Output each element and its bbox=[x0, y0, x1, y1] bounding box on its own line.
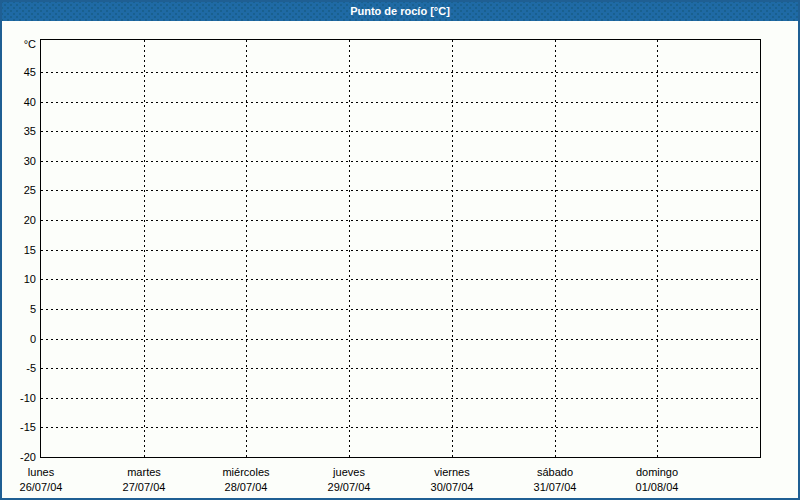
y-gridline bbox=[41, 398, 760, 399]
chart-title: Punto de rocío [°C] bbox=[350, 2, 450, 21]
y-tick-label: -20 bbox=[2, 451, 36, 464]
x-tick-day-date: 27/07/04 bbox=[92, 480, 196, 495]
y-tick-label: -5 bbox=[2, 362, 36, 375]
y-gridline bbox=[41, 427, 760, 428]
x-tick-day-date: 01/08/04 bbox=[605, 480, 709, 495]
x-tick-day-name: jueves bbox=[297, 465, 401, 480]
y-tick-label: 45 bbox=[2, 66, 36, 79]
x-gridline bbox=[349, 40, 350, 457]
y-gridline bbox=[41, 339, 760, 340]
x-gridline bbox=[144, 40, 145, 457]
y-gridline bbox=[41, 161, 760, 162]
y-tick-label: 15 bbox=[2, 244, 36, 257]
x-tick-label: jueves29/07/04 bbox=[297, 465, 401, 495]
chart-window: Punto de rocío [°C] °C 45403530252015105… bbox=[0, 0, 800, 500]
x-tick-day-date: 26/07/04 bbox=[0, 480, 93, 495]
x-tick-day-date: 28/07/04 bbox=[194, 480, 298, 495]
y-gridline bbox=[41, 368, 760, 369]
y-gridline bbox=[41, 250, 760, 251]
x-tick-day-name: sábado bbox=[503, 465, 607, 480]
y-tick-label: 20 bbox=[2, 214, 36, 227]
y-gridline bbox=[41, 131, 760, 132]
y-gridline bbox=[41, 190, 760, 191]
x-tick-label: viernes30/07/04 bbox=[400, 465, 504, 495]
titlebar: Punto de rocío [°C] bbox=[2, 2, 798, 21]
y-axis-unit-label: °C bbox=[2, 38, 36, 51]
y-tick-label: -15 bbox=[2, 421, 36, 434]
y-tick-label: 30 bbox=[2, 155, 36, 168]
x-tick-label: miércoles28/07/04 bbox=[194, 465, 298, 495]
y-gridline bbox=[41, 279, 760, 280]
y-tick-label: -10 bbox=[2, 392, 36, 405]
chart-region: °C 454035302520151050-5-10-15-20lunes26/… bbox=[2, 21, 798, 498]
y-tick-label: 5 bbox=[2, 303, 36, 316]
x-tick-day-name: lunes bbox=[0, 465, 93, 480]
x-tick-day-date: 31/07/04 bbox=[503, 480, 607, 495]
x-tick-day-date: 30/07/04 bbox=[400, 480, 504, 495]
y-gridline bbox=[41, 102, 760, 103]
x-gridline bbox=[657, 40, 658, 457]
y-tick-label: 25 bbox=[2, 184, 36, 197]
x-tick-day-name: martes bbox=[92, 465, 196, 480]
y-tick-label: 40 bbox=[2, 96, 36, 109]
x-gridline bbox=[555, 40, 556, 457]
x-gridline bbox=[246, 40, 247, 457]
y-tick-label: 0 bbox=[2, 333, 36, 346]
x-tick-day-name: domingo bbox=[605, 465, 709, 480]
x-tick-label: domingo01/08/04 bbox=[605, 465, 709, 495]
x-tick-label: sábado31/07/04 bbox=[503, 465, 607, 495]
y-gridline bbox=[41, 309, 760, 310]
x-gridline bbox=[452, 40, 453, 457]
y-gridline bbox=[41, 220, 760, 221]
x-tick-day-name: miércoles bbox=[194, 465, 298, 480]
x-tick-day-date: 29/07/04 bbox=[297, 480, 401, 495]
x-tick-label: martes27/07/04 bbox=[92, 465, 196, 495]
y-gridline bbox=[41, 72, 760, 73]
y-tick-label: 35 bbox=[2, 125, 36, 138]
x-tick-label: lunes26/07/04 bbox=[0, 465, 93, 495]
x-tick-day-name: viernes bbox=[400, 465, 504, 480]
y-tick-label: 10 bbox=[2, 273, 36, 286]
